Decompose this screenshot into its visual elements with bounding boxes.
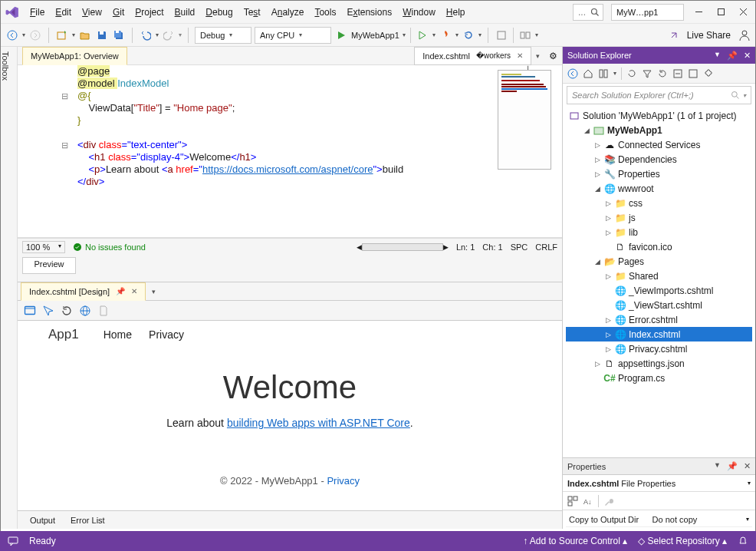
misc-icon-1[interactable] bbox=[495, 28, 508, 42]
se-properties-icon[interactable] bbox=[703, 68, 714, 79]
props-pin-icon[interactable]: 📌 bbox=[727, 461, 738, 471]
panel-pin-icon[interactable]: 📌 bbox=[727, 51, 738, 61]
menu-tools[interactable]: Tools bbox=[310, 4, 340, 21]
props-dropdown-icon[interactable]: ▼ bbox=[714, 461, 721, 471]
indent-mode[interactable]: SPC bbox=[511, 243, 528, 252]
live-share[interactable]: Live Share bbox=[687, 30, 731, 41]
preview-browser[interactable]: App1 Home Privacy Open Edge DevTools Wel… bbox=[18, 321, 562, 510]
menu-extensions[interactable]: Extensions bbox=[342, 4, 396, 21]
pin-design-icon[interactable]: 📌 bbox=[116, 287, 125, 295]
tree-item[interactable]: ◢🌐wwwroot bbox=[566, 181, 752, 196]
tree-item[interactable]: 🌐_ViewImports.cshtml bbox=[566, 283, 752, 298]
props-az-icon[interactable]: A↓ bbox=[583, 496, 593, 506]
tree-item[interactable]: ▷📁js bbox=[566, 210, 752, 225]
output-tab[interactable]: Output bbox=[24, 513, 61, 527]
tree-item[interactable]: ▷📁Shared bbox=[566, 269, 752, 283]
open-devtools-icon[interactable] bbox=[24, 305, 36, 317]
select-repository[interactable]: ◇ Select Repository ▴ bbox=[638, 536, 727, 546]
se-filter-icon[interactable] bbox=[642, 68, 652, 79]
props-categorized-icon[interactable] bbox=[567, 496, 578, 506]
start-target[interactable]: MyWebApp1 bbox=[351, 31, 399, 40]
close-window-icon[interactable] bbox=[739, 8, 748, 16]
minimap[interactable] bbox=[498, 70, 551, 170]
start-debug-icon[interactable] bbox=[334, 28, 348, 42]
reload-icon[interactable] bbox=[61, 305, 73, 317]
code-editor[interactable]: @page @model IndexModel @{ ViewData["Tit… bbox=[77, 65, 488, 188]
tree-item[interactable]: ▷🌐Privacy.cshtml bbox=[566, 341, 752, 356]
tree-item[interactable]: C#Program.cs bbox=[566, 371, 752, 385]
errorlist-tab[interactable]: Error List bbox=[64, 513, 111, 527]
se-switch-icon[interactable] bbox=[598, 68, 609, 79]
browser-icon[interactable] bbox=[79, 305, 91, 317]
close-design-tab-icon[interactable]: ✕ bbox=[131, 287, 137, 295]
hotreload-icon[interactable] bbox=[439, 28, 452, 42]
start-nodebug-icon[interactable] bbox=[416, 28, 429, 42]
title-search[interactable]: ... bbox=[573, 4, 603, 21]
nav-privacy[interactable]: Privacy bbox=[149, 328, 184, 341]
no-issues-indicator[interactable]: No issues found bbox=[73, 243, 146, 252]
liveshare-icon[interactable] bbox=[669, 30, 679, 41]
tree-item[interactable]: ▷🔧Properties bbox=[566, 167, 752, 181]
menu-debug[interactable]: Debug bbox=[201, 4, 237, 21]
tree-item[interactable]: ▷📁css bbox=[566, 196, 752, 210]
gear-icon[interactable]: ⚙ bbox=[544, 51, 562, 61]
menu-analyze[interactable]: Analyze bbox=[267, 4, 309, 21]
add-source-control[interactable]: ↑ Add to Source Control ▴ bbox=[523, 536, 627, 546]
tree-item[interactable]: ▷🌐Error.cshtml bbox=[566, 312, 752, 327]
tree-item[interactable]: ◢📂Pages bbox=[566, 254, 752, 269]
solution-title[interactable]: MyW…pp1 bbox=[611, 4, 684, 21]
open-icon[interactable] bbox=[78, 28, 92, 42]
minimize-icon[interactable] bbox=[695, 8, 703, 16]
status-feedback-icon[interactable] bbox=[8, 536, 18, 546]
tab-overflow-icon[interactable]: ▾ bbox=[531, 52, 544, 60]
solution-tree[interactable]: Solution 'MyWebApp1' (1 of 1 project) ◢M… bbox=[563, 107, 755, 457]
save-icon[interactable] bbox=[95, 28, 109, 42]
se-sync-icon[interactable] bbox=[626, 68, 637, 79]
panel-dropdown-icon[interactable]: ▼ bbox=[714, 51, 721, 61]
panel-close-icon[interactable]: ✕ bbox=[744, 51, 751, 61]
outline-collapse-icon[interactable]: ⊟ bbox=[59, 139, 70, 151]
platform-combo[interactable]: Any CPU▾ bbox=[255, 27, 331, 44]
toolbox-tab[interactable]: Toolbox bbox=[1, 47, 18, 529]
design-overflow-icon[interactable]: ▾ bbox=[146, 288, 162, 295]
notifications-icon[interactable] bbox=[738, 536, 748, 546]
tree-item-selected[interactable]: ▷🌐Index.cshtml bbox=[566, 327, 752, 341]
menu-file[interactable]: File bbox=[25, 4, 49, 21]
tree-item[interactable]: ▷📁lib bbox=[566, 225, 752, 239]
outline-collapse-icon[interactable]: ⊟ bbox=[59, 90, 70, 102]
nav-home[interactable]: Home bbox=[104, 328, 132, 341]
solution-explorer-header[interactable]: Solution Explorer ▼ 📌 ✕ bbox=[563, 47, 755, 64]
wrench-icon[interactable] bbox=[603, 496, 614, 506]
menu-window[interactable]: Window bbox=[398, 4, 440, 21]
menu-help[interactable]: Help bbox=[442, 4, 470, 21]
new-project-icon[interactable] bbox=[55, 28, 69, 42]
tree-item[interactable]: 🌐_ViewStart.cshtml bbox=[566, 298, 752, 312]
close-tab-icon[interactable]: ✕ bbox=[517, 51, 523, 60]
inspect-icon[interactable] bbox=[42, 305, 54, 317]
misc-icon-2[interactable] bbox=[518, 28, 532, 42]
se-refresh-icon[interactable] bbox=[657, 68, 668, 79]
browserlink-refresh-icon[interactable] bbox=[462, 28, 475, 42]
tree-item[interactable]: ▷🗋appsettings.json bbox=[566, 356, 752, 371]
footer-privacy-link[interactable]: Privacy bbox=[327, 475, 360, 487]
se-search[interactable]: Search Solution Explorer (Ctrl+;) ▾ bbox=[567, 86, 751, 104]
menu-build[interactable]: Build bbox=[170, 4, 200, 21]
tree-item[interactable]: 🗋favicon.ico bbox=[566, 239, 752, 254]
tree-item[interactable]: ▷📚Dependencies bbox=[566, 152, 752, 167]
se-home-icon[interactable] bbox=[583, 68, 593, 79]
account-icon[interactable] bbox=[738, 29, 751, 41]
overview-tab[interactable]: MyWebApp1: Overview bbox=[22, 47, 127, 65]
menu-view[interactable]: View bbox=[77, 4, 107, 21]
se-collapse-icon[interactable] bbox=[672, 68, 683, 79]
pin-icon[interactable]: �workers bbox=[476, 51, 511, 60]
menu-project[interactable]: Project bbox=[130, 4, 168, 21]
lineending-mode[interactable]: CRLF bbox=[535, 243, 557, 252]
se-showall-icon[interactable] bbox=[688, 68, 698, 79]
newfile-icon[interactable] bbox=[97, 305, 110, 317]
menu-git[interactable]: Git bbox=[108, 4, 129, 21]
design-tab[interactable]: Index.cshtml [Design]📌✕ bbox=[21, 282, 146, 301]
maximize-icon[interactable] bbox=[717, 8, 725, 16]
editor-tab-index[interactable]: Index.cshtml�workers✕ bbox=[414, 47, 531, 65]
preview-button[interactable]: Preview bbox=[22, 257, 76, 274]
configuration-combo[interactable]: Debug▾ bbox=[195, 27, 251, 44]
